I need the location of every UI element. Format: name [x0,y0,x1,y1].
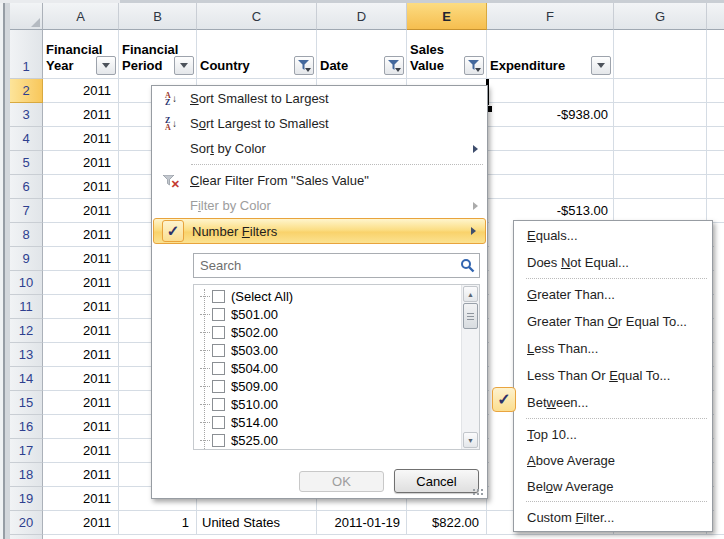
filter-applied-button-c[interactable] [294,56,314,75]
checkbox[interactable] [212,290,225,303]
cell-a[interactable]: 2011 [43,175,119,199]
filter-applied-button-d[interactable] [384,56,404,75]
cell-a[interactable]: 2011 [43,319,119,343]
checkbox[interactable] [212,326,225,339]
cell-a[interactable]: 2011 [43,151,119,175]
filter-value-item[interactable]: $509.00 [200,377,479,395]
checkbox[interactable] [212,398,225,411]
filter-value-item[interactable]: $501.00 [200,305,479,323]
submenu-item-between[interactable]: Between... [514,389,712,416]
row-header[interactable]: 9 [10,247,43,271]
row-header[interactable]: 7 [10,199,43,223]
row-header[interactable]: 11 [10,295,43,319]
row-header[interactable]: 8 [10,223,43,247]
cell-a[interactable]: 2011 [43,511,119,535]
submenu-item-equals[interactable]: Equals... [514,222,712,249]
menu-item-number-filters[interactable]: ✓ Number Filters [153,218,486,244]
cell-f[interactable] [487,127,614,151]
filter-value-item[interactable]: $514.00 [200,413,479,431]
cell-g[interactable] [614,79,707,103]
filter-value-item[interactable]: $525.00 [200,431,479,449]
checkbox[interactable] [212,416,225,429]
submenu-item-greater-than[interactable]: Greater Than... [514,281,712,308]
submenu-item-less-than-or-equal[interactable]: Less Than Or Equal To... [514,362,712,389]
checkbox[interactable] [212,434,225,447]
cell-f[interactable] [487,175,614,199]
cell-g[interactable] [614,151,707,175]
submenu-item-above-average[interactable]: Above Average [514,447,712,473]
menu-item-sort-by-color[interactable]: Sort by Color [152,136,487,161]
cell-a[interactable]: 2011 [43,391,119,415]
cell-a[interactable]: 2011 [43,415,119,439]
cell-b[interactable]: 1 [119,511,197,535]
column-header-e-selected[interactable]: E [407,3,487,30]
row-header-1[interactable]: 1 [10,30,43,79]
row-header[interactable]: 13 [10,343,43,367]
cell-f[interactable]: -$938.00 [487,103,614,127]
cell-a[interactable]: 2011 [43,79,119,103]
column-header-b[interactable]: B [119,3,197,30]
field-header-sales-value[interactable]: Sales Value [407,30,487,79]
cancel-button[interactable]: Cancel [394,469,479,493]
cell-a[interactable]: 2011 [43,487,119,511]
cell-a[interactable]: 2011 [43,463,119,487]
ok-button[interactable]: OK [299,471,384,492]
row-header[interactable]: 3 [10,103,43,127]
checkbox[interactable] [212,362,225,375]
cell-a[interactable]: 2011 [43,199,119,223]
filter-value-item[interactable]: $503.00 [200,341,479,359]
filter-value-item[interactable]: $510.00 [200,395,479,413]
filter-applied-button-e[interactable] [464,56,484,75]
row-header[interactable]: 15 [10,391,43,415]
column-header-d[interactable]: D [317,3,407,30]
cell-g[interactable] [614,175,707,199]
column-header-c[interactable]: C [197,3,317,30]
field-header-empty-g[interactable] [614,30,707,79]
menu-item-sort-largest-to-smallest[interactable]: ZA↓ Sort Largest to Smallest [152,111,487,136]
row-header[interactable]: 10 [10,271,43,295]
column-header-a[interactable]: A [43,3,119,30]
checkbox[interactable] [212,308,225,321]
cell-a[interactable]: 2011 [43,343,119,367]
select-all-corner[interactable] [10,3,43,30]
row-header[interactable]: 20 [10,511,43,535]
menu-item-sort-smallest-to-largest[interactable]: AZ↓ Sort Smallest to Largest [152,86,487,111]
cell-a[interactable]: 2011 [43,367,119,391]
cell-a[interactable]: 2011 [43,247,119,271]
column-header-g[interactable]: G [614,3,707,30]
filter-dropdown-button-f[interactable] [591,56,611,75]
cell-a[interactable]: 2011 [43,439,119,463]
scroll-down-button[interactable]: ▼ [463,432,478,448]
row-header[interactable]: 14 [10,367,43,391]
menu-item-filter-by-color[interactable]: Filter by Color [152,193,487,218]
row-header[interactable]: 4 [10,127,43,151]
row-header[interactable]: 5 [10,151,43,175]
submenu-item-top-10[interactable]: Top 10... [514,421,712,447]
cell-d[interactable]: 2011-01-19 [317,511,407,535]
filter-value-item[interactable]: (Select All) [200,287,479,305]
column-header-f[interactable]: F [487,3,614,30]
submenu-item-greater-than-or-equal[interactable]: Greater Than Or Equal To... [514,308,712,335]
row-header[interactable]: 6 [10,175,43,199]
checkbox[interactable] [212,344,225,357]
cell-e[interactable]: $822.00 [407,511,487,535]
cell-f[interactable] [487,151,614,175]
checkbox[interactable] [212,380,225,393]
search-icon[interactable] [460,258,475,273]
row-header[interactable]: 16 [10,415,43,439]
cell-g[interactable] [614,127,707,151]
filter-value-item[interactable]: $504.00 [200,359,479,377]
filter-dropdown-button-b[interactable] [174,56,194,75]
submenu-item-less-than[interactable]: Less Than... [514,335,712,362]
search-input[interactable] [194,254,479,277]
cell-a[interactable]: 2011 [43,295,119,319]
submenu-item-does-not-equal[interactable]: Does Not Equal... [514,249,712,276]
field-header-expenditure[interactable]: Expenditure [487,30,614,79]
cell-a[interactable]: 2011 [43,127,119,151]
cell-a[interactable]: 2011 [43,103,119,127]
resize-grip-icon[interactable] [472,488,484,496]
field-header-date[interactable]: Date [317,30,407,79]
scroll-up-button[interactable]: ▲ [463,286,478,302]
row-header[interactable]: 12 [10,319,43,343]
row-header[interactable]: 17 [10,439,43,463]
